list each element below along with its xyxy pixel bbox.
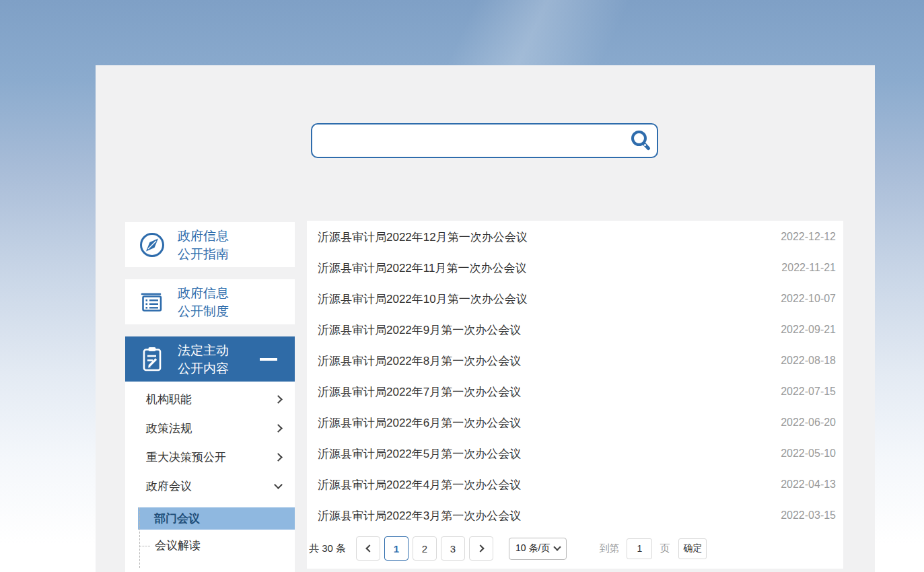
news-list-panel: 沂源县审计局2022年12月第一次办公会议 2022-12-12 沂源县审计局2… <box>307 221 843 569</box>
menu-item-label: 重大决策预公开 <box>146 450 226 465</box>
sidebar-item-policies[interactable]: 政策法规 <box>125 414 295 443</box>
compass-icon <box>136 229 168 261</box>
list-item[interactable]: 沂源县审计局2022年4月第一次办公会议 2022-04-13 <box>307 469 843 500</box>
minus-icon <box>260 358 277 361</box>
news-title-link[interactable]: 沂源县审计局2022年5月第一次办公会议 <box>318 446 767 462</box>
menu-item-label: 会议解读 <box>155 538 201 553</box>
confirm-button[interactable]: 确定 <box>678 538 707 559</box>
sidebar-item-label: 政府信息 公开制度 <box>178 284 229 320</box>
news-date: 2022-05-10 <box>781 448 836 460</box>
news-title-link[interactable]: 沂源县审计局2022年6月第一次办公会议 <box>318 415 767 431</box>
list-item[interactable]: 沂源县审计局2022年12月第一次办公会议 2022-12-12 <box>307 221 843 252</box>
sidebar-item-major-decisions[interactable]: 重大决策预公开 <box>125 443 295 472</box>
list-item[interactable]: 沂源县审计局2022年11月第一次办公会议 2022-11-21 <box>307 252 843 283</box>
sidebar-item-gov-info-system[interactable]: 政府信息 公开制度 <box>125 279 295 324</box>
page-size-label: 10 条/页 <box>516 542 550 555</box>
sidebar-subitem-meeting-interpretation[interactable]: 会议解读 <box>125 530 295 561</box>
list-item[interactable]: 沂源县审计局2022年6月第一次办公会议 2022-06-20 <box>307 407 843 438</box>
list-item[interactable]: 沂源县审计局2022年7月第一次办公会议 2022-07-15 <box>307 376 843 407</box>
sidebar-item-gov-info-guide[interactable]: 政府信息 公开指南 <box>125 222 295 267</box>
list-item[interactable]: 沂源县审计局2022年10月第一次办公会议 2022-10-07 <box>307 283 843 314</box>
chevron-right-icon <box>274 424 283 433</box>
news-date: 2022-11-21 <box>781 262 836 274</box>
goto-page-prefix: 到第 <box>599 542 619 555</box>
news-date: 2022-10-07 <box>781 293 836 305</box>
prev-page-button[interactable] <box>356 536 380 561</box>
news-date: 2022-07-15 <box>781 386 836 398</box>
chevron-right-icon <box>274 453 283 462</box>
menu-item-label: 政策法规 <box>146 421 192 436</box>
tree-connector <box>139 546 150 546</box>
news-title-link[interactable]: 沂源县审计局2022年12月第一次办公会议 <box>318 229 767 245</box>
news-date: 2022-08-18 <box>781 355 836 367</box>
sidebar-item-gov-meetings[interactable]: 政府会议 <box>125 472 295 501</box>
search-button[interactable] <box>625 124 657 157</box>
search-input[interactable] <box>312 124 625 157</box>
news-date: 2022-12-12 <box>781 231 836 243</box>
page-size-select[interactable]: 10 条/页 <box>509 538 567 560</box>
total-count-label: 共 30 条 <box>309 542 346 555</box>
menu-item-label: 机构职能 <box>146 392 192 407</box>
chevron-right-icon <box>476 544 484 552</box>
news-title-link[interactable]: 沂源县审计局2022年11月第一次办公会议 <box>318 260 768 276</box>
sidebar-item-org-functions[interactable]: 机构职能 <box>125 385 295 414</box>
page-button-2[interactable]: 2 <box>413 536 437 561</box>
sidebar: 政府信息 公开指南 政府信息 公开制度 <box>125 222 295 572</box>
sidebar-item-label: 政府信息 公开指南 <box>178 227 229 263</box>
sidebar-subitem-department-meetings[interactable]: 部门会议 <box>138 507 295 530</box>
menu-item-label: 政府会议 <box>146 478 192 494</box>
sidebar-item-legal-disclosure[interactable]: 法定主动 公开内容 <box>125 336 295 382</box>
news-date: 2022-04-13 <box>781 478 836 491</box>
news-date: 2022-09-21 <box>781 324 836 336</box>
news-title-link[interactable]: 沂源县审计局2022年4月第一次办公会议 <box>318 477 767 493</box>
goto-page-input[interactable] <box>627 538 652 559</box>
clipboard-pencil-icon <box>136 343 168 376</box>
pagination: 共 30 条 1 2 3 10 条/页 到第 页 确定 <box>307 536 843 561</box>
book-icon <box>136 286 168 318</box>
search-icon <box>629 129 652 152</box>
page-button-1[interactable]: 1 <box>384 536 408 561</box>
news-date: 2022-06-20 <box>781 417 836 429</box>
sidebar-item-label: 法定主动 公开内容 <box>178 341 229 378</box>
news-date: 2022-03-15 <box>781 509 836 522</box>
content-area: 政府信息 公开指南 政府信息 公开制度 <box>96 65 875 572</box>
tree-line <box>139 507 140 568</box>
chevron-left-icon <box>365 544 373 552</box>
list-item[interactable]: 沂源县审计局2022年5月第一次办公会议 2022-05-10 <box>307 438 843 469</box>
chevron-down-icon <box>274 480 283 489</box>
news-title-link[interactable]: 沂源县审计局2022年10月第一次办公会议 <box>318 291 767 307</box>
chevron-right-icon <box>274 395 283 404</box>
news-title-link[interactable]: 沂源县审计局2022年3月第一次办公会议 <box>318 508 767 524</box>
search-bar <box>311 123 658 158</box>
news-title-link[interactable]: 沂源县审计局2022年7月第一次办公会议 <box>318 384 767 400</box>
page-button-3[interactable]: 3 <box>441 536 465 561</box>
next-page-button[interactable] <box>469 536 493 561</box>
sidebar-submenu-card: 机构职能 政策法规 重大决策预公开 政府会议 部门会议 会议解读 <box>125 382 295 572</box>
goto-page-suffix: 页 <box>660 542 670 555</box>
news-title-link[interactable]: 沂源县审计局2022年9月第一次办公会议 <box>318 322 767 338</box>
list-item[interactable]: 沂源县审计局2022年3月第一次办公会议 2022-03-15 <box>307 500 843 531</box>
list-item[interactable]: 沂源县审计局2022年8月第一次办公会议 2022-08-18 <box>307 345 843 376</box>
list-item[interactable]: 沂源县审计局2022年9月第一次办公会议 2022-09-21 <box>307 314 843 345</box>
chevron-down-icon <box>554 543 561 550</box>
news-title-link[interactable]: 沂源县审计局2022年8月第一次办公会议 <box>318 353 767 369</box>
